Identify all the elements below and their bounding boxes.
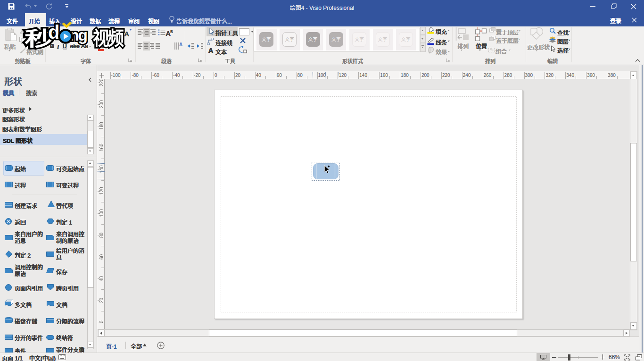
svg-text:A: A [179, 42, 182, 47]
